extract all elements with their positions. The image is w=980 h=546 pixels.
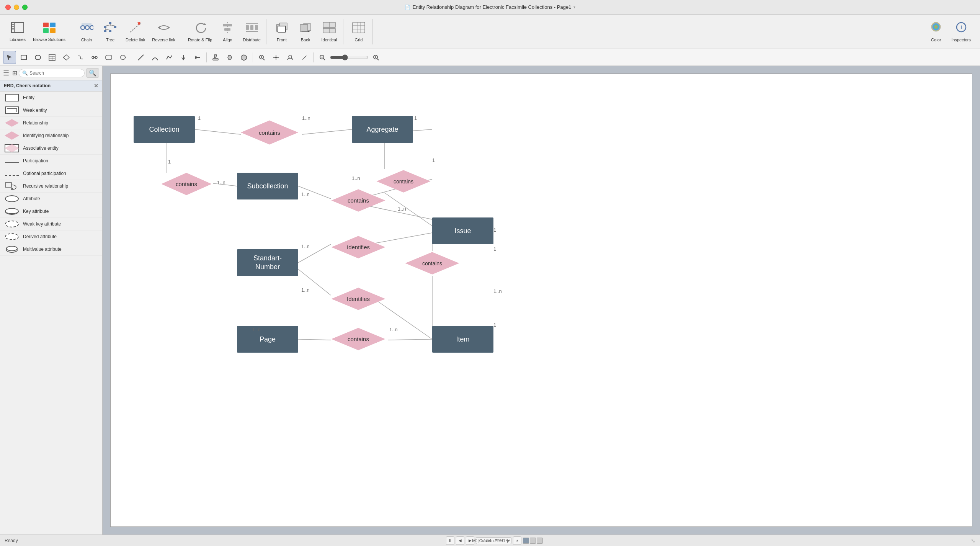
sidebar-close-button[interactable]: ✕ — [94, 83, 98, 89]
toolbar-group-grid: Grid — [345, 19, 373, 44]
prev-page-button[interactable]: ◀ — [456, 536, 464, 545]
rel-contains-1-shape: contains — [239, 119, 300, 146]
user-tool[interactable] — [284, 51, 297, 64]
rel-contains-5-shape: contains — [330, 327, 387, 351]
entity-subcollection[interactable]: Subcollection — [237, 173, 298, 199]
rel-identifies-1[interactable]: Identifies — [330, 235, 387, 260]
search-input[interactable] — [29, 70, 81, 76]
chain-button[interactable]: Chain — [75, 19, 98, 44]
rel-contains-5[interactable]: contains — [330, 327, 387, 351]
recursive-rel-preview-icon — [5, 182, 19, 190]
resize-handle[interactable]: ⤡ — [971, 538, 975, 544]
entity-standart-number[interactable]: Standart- Number — [237, 249, 298, 276]
sidebar-grid-view-icon[interactable]: ⊞ — [12, 69, 17, 77]
sidebar-item-derived-attribute[interactable]: Derived attribute — [0, 230, 102, 243]
pan-tool[interactable] — [270, 51, 283, 64]
cross-connector[interactable] — [191, 51, 204, 64]
color-button[interactable]: Color — [924, 19, 947, 44]
table-tool[interactable] — [46, 51, 59, 64]
process-tool[interactable] — [74, 51, 87, 64]
sidebar-item-weak-key-attribute[interactable]: Weak key attribute — [0, 218, 102, 230]
sidebar-items-list: Entity Weak entity Relationship — [0, 92, 102, 535]
maximize-button[interactable] — [22, 5, 28, 10]
rel-identifies-1-label: Identifies — [347, 244, 370, 250]
line-tool[interactable] — [134, 51, 147, 64]
align-button[interactable]: Align — [216, 19, 239, 44]
cut-tool[interactable] — [209, 51, 222, 64]
rotate-flip-button[interactable]: Rotate & Flip — [185, 19, 216, 44]
crop-tool[interactable] — [223, 51, 236, 64]
sidebar-item-entity[interactable]: Entity — [0, 92, 102, 104]
page-dot-2[interactable] — [530, 538, 536, 544]
tool7[interactable] — [102, 51, 115, 64]
canvas[interactable]: Collection Aggregate Subcollection Issue… — [110, 74, 972, 527]
sidebar-item-multivalue-attribute[interactable]: Multivalue attribute — [0, 243, 102, 256]
tree-button[interactable]: Tree — [99, 19, 122, 44]
sidebar-item-recursive-relationship[interactable]: Recursive relationship — [0, 180, 102, 193]
drawing-toolbar — [0, 49, 980, 66]
pen-tool[interactable] — [298, 51, 311, 64]
sidebar-item-key-attribute[interactable]: Key attribute — [0, 205, 102, 218]
grid-button[interactable]: Grid — [347, 19, 370, 44]
transform-tool[interactable] — [237, 51, 250, 64]
distribute-button[interactable]: Distribute — [240, 19, 263, 44]
sidebar-item-attribute[interactable]: Attribute — [0, 193, 102, 205]
rel-contains-1[interactable]: contains — [239, 119, 300, 146]
key-attribute-label: Key attribute — [23, 209, 49, 214]
reverse-link-button[interactable]: Reverse link — [149, 19, 178, 44]
inspectors-icon: i — [954, 21, 968, 36]
svg-rect-41 — [278, 26, 286, 32]
sidebar-item-optional-participation[interactable]: Optional participation — [0, 167, 102, 180]
ellipse-tool[interactable] — [31, 51, 44, 64]
identical-button[interactable]: Identical — [318, 19, 341, 44]
sidebar-item-weak-entity[interactable]: Weak entity — [0, 104, 102, 117]
svg-point-10 — [85, 26, 89, 29]
rectangle-tool[interactable] — [17, 51, 30, 64]
main-layout: ☰ ⊞ 🔍 🔍 ERD, Chen's notation ✕ Entity — [0, 66, 980, 535]
tree-icon — [103, 21, 117, 36]
rel-contains-2[interactable]: contains — [160, 172, 213, 196]
zoom-stepper-up[interactable]: ▲ — [513, 536, 521, 545]
arc-tool[interactable] — [149, 51, 162, 64]
sidebar-list-icon[interactable]: ☰ — [3, 69, 9, 77]
front-button[interactable]: Front — [270, 19, 293, 44]
back-icon — [299, 21, 312, 36]
rel-contains-4[interactable]: contains — [375, 169, 432, 194]
minimize-button[interactable] — [14, 5, 19, 10]
entity-aggregate[interactable]: Aggregate — [352, 116, 413, 143]
svg-rect-35 — [250, 25, 253, 30]
zoom-in-button[interactable] — [369, 51, 382, 64]
browse-solutions-button[interactable]: Browse Solutions — [30, 20, 69, 44]
tool8[interactable] — [116, 51, 129, 64]
page-dot-3[interactable] — [537, 538, 543, 544]
entity-collection[interactable]: Collection — [134, 116, 195, 143]
zoom-in-tool[interactable] — [255, 51, 268, 64]
sidebar-item-associative-entity[interactable]: Associative entity — [0, 142, 102, 155]
entity-page[interactable]: Page — [237, 326, 298, 353]
sidebar-item-relationship[interactable]: Relationship — [0, 117, 102, 129]
zoom-out-button[interactable] — [316, 51, 329, 64]
entity-issue[interactable]: Issue — [432, 217, 493, 244]
polyline-tool[interactable] — [163, 51, 176, 64]
sidebar-item-participation[interactable]: Participation — [0, 155, 102, 167]
sidebar-item-identifying-relationship[interactable]: Identifying relationship — [0, 129, 102, 142]
tool6[interactable] — [88, 51, 101, 64]
select-tool[interactable] — [3, 51, 16, 64]
toolbar-group-libs: Libraries Browse Solutions — [4, 20, 71, 44]
sidebar-search-btn[interactable]: 🔍 — [86, 68, 99, 78]
page-dot-1[interactable] — [523, 538, 529, 544]
pause-button[interactable]: ⏸ — [446, 536, 454, 545]
entity-item[interactable]: Item — [432, 326, 493, 353]
rel-contains-issue-item[interactable]: contains — [403, 251, 461, 276]
rel-identifies-2[interactable]: Identifies — [330, 286, 387, 311]
close-button[interactable] — [5, 5, 11, 10]
separator4 — [313, 52, 314, 62]
delete-link-button[interactable]: Delete link — [122, 19, 148, 44]
key-attribute-preview-icon — [5, 207, 19, 216]
back-button[interactable]: Back — [294, 19, 317, 44]
vertical-connector[interactable] — [177, 51, 190, 64]
inspectors-button[interactable]: i Inspectors — [948, 19, 974, 44]
shape-tool[interactable] — [60, 51, 73, 64]
libraries-button[interactable]: Libraries — [6, 20, 29, 44]
zoom-slider[interactable] — [330, 54, 368, 60]
